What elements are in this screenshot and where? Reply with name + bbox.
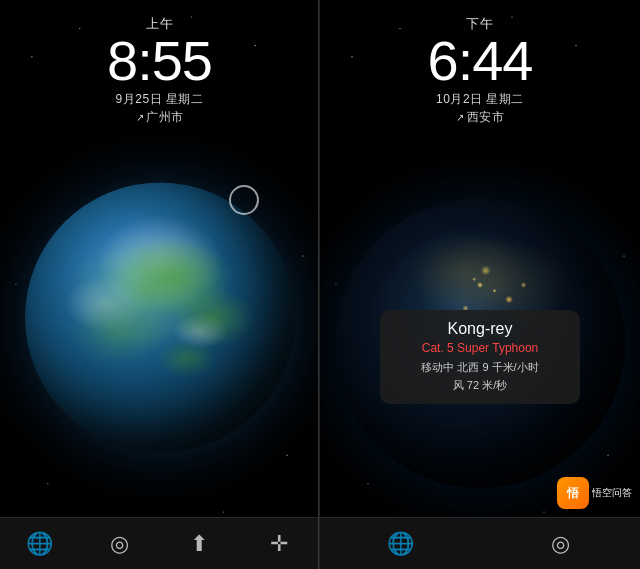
location-arrow-right: ↗: [456, 112, 465, 123]
time-block-right: 下午 6:44 10月2日 星期二 ↗西安市: [320, 15, 640, 126]
typhoon-popup: Kong-rey Cat. 5 Super Typhoon 移动中 北西 9 千…: [380, 310, 580, 404]
typhoon-detail: 移动中 北西 9 千米/小时 风 72 米/秒: [396, 359, 564, 394]
time-period-left: 上午: [0, 15, 319, 33]
time-right: 6:44: [320, 33, 640, 89]
date-left: 9月25日 星期二: [0, 91, 319, 108]
typhoon-detail-line2: 风 72 米/秒: [396, 377, 564, 395]
location-right: ↗西安市: [320, 109, 640, 126]
typhoon-detail-line1: 移动中 北西 9 千米/小时: [396, 359, 564, 377]
crosshair2-icon-left[interactable]: ✛: [259, 524, 299, 564]
typhoon-swirl-indicator: [229, 185, 259, 215]
time-left: 8:55: [0, 33, 319, 89]
watermark-label: 悟空问答: [592, 487, 632, 499]
globe-icon-left[interactable]: 🌐: [20, 524, 60, 564]
date-right: 10月2日 星期二: [320, 91, 640, 108]
watermark: 悟 悟空问答: [557, 477, 632, 509]
watermark-logo: 悟: [557, 477, 589, 509]
earth-globe-left: [25, 182, 295, 452]
crosshair-icon-right[interactable]: ◎: [540, 524, 580, 564]
time-block-left: 上午 8:55 9月25日 星期二 ↗广州市: [0, 15, 319, 126]
share-icon-left[interactable]: ⬆: [179, 524, 219, 564]
globe-icon-right[interactable]: 🌐: [380, 524, 420, 564]
watermark-icon-text: 悟: [567, 485, 579, 502]
watermark-text: 悟空问答: [592, 487, 632, 499]
toolbar-left: 🌐 ◎ ⬆ ✛: [0, 517, 319, 569]
location-arrow-left: ↗: [136, 112, 145, 123]
time-period-right: 下午: [320, 15, 640, 33]
panel-divider: [318, 0, 319, 569]
crosshair-icon-left[interactable]: ◎: [100, 524, 140, 564]
toolbar-right: 🌐 ◎ 悟 悟空问答: [320, 517, 640, 569]
location-left: ↗广州市: [0, 109, 319, 126]
earth-container-left: [25, 182, 295, 452]
typhoon-name: Kong-rey: [396, 320, 564, 338]
right-panel: 下午 6:44 10月2日 星期二 ↗西安市 Kong-rey Cat. 5 S…: [320, 0, 640, 569]
typhoon-category: Cat. 5 Super Typhoon: [396, 341, 564, 355]
left-panel: 上午 8:55 9月25日 星期二 ↗广州市 🌐 ◎ ⬆ ✛: [0, 0, 320, 569]
